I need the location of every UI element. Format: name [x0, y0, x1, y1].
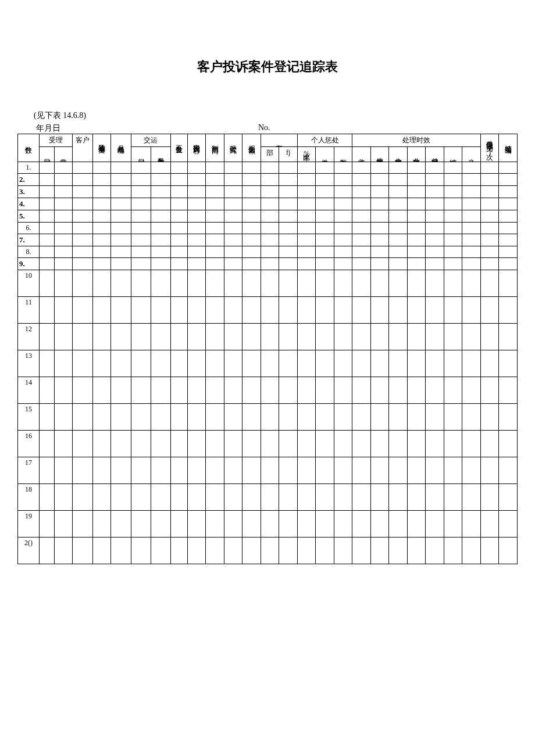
data-cell	[444, 484, 462, 511]
data-cell	[224, 457, 242, 484]
data-cell	[316, 484, 334, 511]
data-cell	[407, 186, 425, 198]
header-responsibility: 责任归属	[261, 134, 297, 147]
data-cell	[370, 538, 388, 564]
data-cell	[242, 431, 261, 457]
data-cell	[131, 324, 151, 350]
data-cell	[261, 246, 279, 258]
data-cell	[444, 404, 462, 431]
data-cell	[279, 258, 298, 270]
header-order-number: 柒褊号交单号	[92, 134, 110, 162]
row-number-cell: 7.	[18, 234, 40, 246]
data-cell	[92, 246, 110, 258]
data-cell	[334, 270, 352, 297]
data-cell	[370, 324, 388, 350]
data-cell	[151, 162, 170, 174]
data-cell	[389, 234, 407, 246]
data-cell	[261, 258, 279, 270]
data-cell	[92, 404, 110, 431]
data-cell	[389, 484, 407, 511]
data-cell	[92, 162, 110, 174]
row-number-cell: 16	[18, 431, 40, 457]
table-row: 16	[18, 431, 518, 457]
data-cell	[151, 246, 170, 258]
data-cell	[480, 223, 498, 234]
data-cell	[297, 350, 315, 377]
table-body: 1.2.3.4.5.6.7.8.9.101112131415161718192(…	[18, 162, 518, 564]
row-number-cell: 2()	[18, 538, 40, 564]
table-row: 17	[18, 457, 518, 484]
data-cell	[73, 198, 92, 210]
header-timing-receive: 收件	[352, 147, 370, 162]
data-cell	[111, 223, 131, 234]
data-cell	[352, 431, 370, 457]
data-cell	[334, 511, 352, 538]
data-cell	[187, 223, 205, 234]
data-cell	[462, 457, 481, 484]
data-cell	[92, 538, 110, 564]
data-cell	[444, 223, 462, 234]
data-cell	[297, 297, 315, 324]
data-cell	[499, 186, 518, 198]
data-cell	[407, 174, 425, 186]
data-cell	[40, 258, 55, 270]
data-cell	[261, 484, 279, 511]
data-cell	[462, 324, 481, 350]
data-cell	[389, 538, 407, 564]
data-cell	[187, 210, 205, 223]
data-cell	[279, 457, 298, 484]
data-cell	[389, 377, 407, 404]
row-number-cell: 1.	[18, 162, 40, 174]
data-cell	[480, 324, 498, 350]
data-cell	[40, 350, 55, 377]
data-cell	[73, 210, 92, 223]
data-cell	[73, 377, 92, 404]
data-cell	[92, 350, 110, 377]
data-cell	[261, 198, 279, 210]
header-punish-type: 类别	[334, 147, 352, 162]
data-cell	[171, 484, 188, 511]
data-cell	[279, 377, 298, 404]
data-cell	[40, 457, 55, 484]
data-cell	[206, 484, 224, 511]
header-ship-date: 日期	[131, 147, 151, 162]
data-cell	[370, 198, 388, 210]
data-cell	[316, 404, 334, 431]
data-cell	[151, 186, 170, 198]
data-cell	[426, 511, 444, 538]
data-cell	[407, 223, 425, 234]
data-cell	[261, 234, 279, 246]
data-cell	[92, 234, 110, 246]
data-cell	[316, 511, 334, 538]
data-cell	[426, 297, 444, 324]
data-cell	[111, 377, 131, 404]
data-cell	[206, 270, 224, 297]
data-cell	[54, 162, 72, 174]
data-cell	[261, 511, 279, 538]
header-method: 处理方式	[224, 134, 242, 162]
data-cell	[206, 377, 224, 404]
data-cell	[297, 538, 315, 564]
data-cell	[131, 404, 151, 431]
data-cell	[261, 324, 279, 350]
data-cell	[206, 511, 224, 538]
data-cell	[40, 377, 55, 404]
data-cell	[334, 457, 352, 484]
data-cell	[407, 246, 425, 258]
data-cell	[462, 377, 481, 404]
data-cell	[206, 324, 224, 350]
data-cell	[297, 234, 315, 246]
data-cell	[352, 484, 370, 511]
data-cell	[444, 162, 462, 174]
data-cell	[480, 404, 498, 431]
data-cell	[389, 404, 407, 431]
data-cell	[261, 223, 279, 234]
header-resp-dept: 部	[261, 147, 279, 162]
data-cell	[297, 198, 315, 210]
data-cell	[54, 404, 72, 431]
data-cell	[370, 210, 388, 223]
data-cell	[224, 297, 242, 324]
data-cell	[206, 297, 224, 324]
data-cell	[40, 223, 55, 234]
header-punish-rate: 比率%	[297, 147, 315, 162]
